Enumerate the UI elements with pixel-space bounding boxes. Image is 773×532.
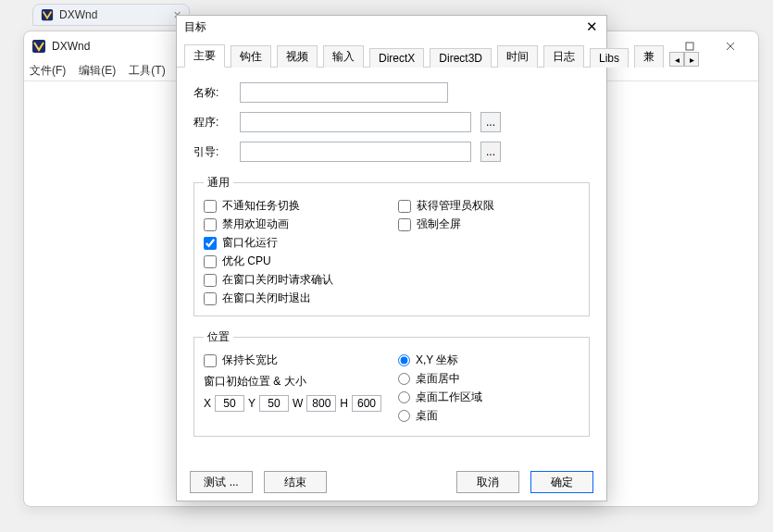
background-tab-title: DXWnd — [59, 8, 97, 21]
dialog-close-button[interactable]: ✕ — [582, 18, 601, 36]
finish-button[interactable]: 结束 — [264, 471, 327, 493]
tab-hook[interactable]: 钩住 — [231, 45, 271, 68]
svg-rect-3 — [686, 43, 693, 50]
background-tab[interactable]: DXWnd ✕ — [32, 4, 190, 26]
menu-edit[interactable]: 编辑(E) — [79, 63, 116, 79]
tab-libs[interactable]: Libs — [590, 48, 629, 68]
tab-scroll: ◂ ▸ — [669, 52, 699, 67]
close-button[interactable] — [710, 33, 751, 59]
chk-no-notify-task-switch[interactable]: 不通知任务切换 — [204, 198, 398, 214]
tab-directx[interactable]: DirectX — [369, 48, 424, 68]
test-button[interactable]: 测试 ... — [190, 471, 253, 493]
xywh-row: X Y W H — [204, 395, 398, 412]
name-label: 名称: — [193, 85, 231, 101]
group-position: 位置 保持长宽比 窗口初始位置 & 大小 X Y W H — [193, 329, 590, 437]
tab-compat[interactable]: 兼 — [634, 45, 664, 68]
w-label: W — [293, 397, 303, 410]
radio-center[interactable]: 桌面居中 — [398, 371, 580, 387]
chk-windowed-run[interactable]: 窗口化运行 — [204, 235, 398, 251]
tab-main[interactable]: 主要 — [184, 44, 225, 68]
app-icon — [31, 39, 46, 54]
program-label: 程序: — [193, 115, 231, 130]
chk-disable-welcome-anim[interactable]: 禁用欢迎动画 — [204, 217, 398, 232]
menu-tools[interactable]: 工具(T) — [129, 63, 165, 79]
menu-file[interactable]: 文件(F) — [30, 63, 66, 79]
tab-left-icon[interactable]: ◂ — [669, 52, 684, 67]
tab-input[interactable]: 输入 — [323, 45, 364, 68]
tab-right-icon[interactable]: ▸ — [684, 52, 699, 67]
placement-radios: X,Y 坐标 桌面居中 桌面工作区域 桌面 — [398, 353, 580, 427]
h-label: H — [340, 397, 348, 410]
chk-confirm-on-close[interactable]: 在窗口关闭时请求确认 — [204, 272, 580, 288]
h-input[interactable] — [352, 395, 381, 412]
group-general: 通用 不通知任务切换 获得管理员权限 禁用欢迎动画 强制全屏 窗口化运行 优化 … — [193, 175, 590, 316]
guide-browse-button[interactable]: ... — [480, 142, 501, 162]
window-title: DXWnd — [52, 40, 90, 53]
w-input[interactable] — [306, 395, 336, 412]
dialog-title: 目标 — [184, 19, 206, 35]
program-browse-button[interactable]: ... — [480, 112, 501, 132]
guide-label: 引导: — [193, 144, 231, 160]
dialog-body: 名称: 程序: ... 引导: ... 通用 不通知任务切换 获得管理员权限 禁… — [177, 68, 606, 444]
tab-log[interactable]: 日志 — [543, 45, 584, 68]
radio-desktop[interactable]: 桌面 — [398, 408, 580, 424]
tab-time[interactable]: 时间 — [497, 45, 538, 68]
chk-acquire-admin[interactable]: 获得管理员权限 — [398, 198, 580, 214]
x-label: X — [204, 397, 211, 410]
tabbar: 主要 钩住 视频 输入 DirectX Direct3D 时间 日志 Libs … — [177, 38, 606, 68]
cancel-button[interactable]: 取消 — [456, 471, 519, 493]
chk-exit-on-close[interactable]: 在窗口关闭时退出 — [204, 291, 580, 306]
guide-input[interactable] — [240, 142, 471, 162]
size-label: 窗口初始位置 & 大小 — [204, 374, 398, 390]
chk-force-fullscreen[interactable]: 强制全屏 — [398, 217, 580, 232]
chk-optimize-cpu[interactable]: 优化 CPU — [204, 254, 398, 269]
ok-button[interactable]: 确定 — [530, 471, 593, 493]
radio-xy[interactable]: X,Y 坐标 — [398, 353, 580, 368]
app-icon — [41, 8, 54, 21]
group-general-legend: 通用 — [204, 175, 233, 191]
program-input[interactable] — [240, 112, 471, 132]
y-input[interactable] — [259, 395, 289, 412]
y-label: Y — [248, 397, 256, 410]
group-position-legend: 位置 — [204, 329, 233, 345]
tab-video[interactable]: 视频 — [277, 45, 318, 68]
x-input[interactable] — [215, 395, 244, 412]
name-input[interactable] — [240, 82, 448, 103]
chk-keep-aspect[interactable]: 保持长宽比 — [204, 353, 398, 368]
dialog-button-row: 测试 ... 结束 取消 确定 — [177, 471, 606, 493]
tab-direct3d[interactable]: Direct3D — [430, 48, 492, 68]
radio-workarea[interactable]: 桌面工作区域 — [398, 390, 580, 405]
dialog-titlebar: 目标 ✕ — [177, 16, 606, 38]
target-dialog: 目标 ✕ 主要 钩住 视频 输入 DirectX Direct3D 时间 日志 … — [176, 15, 607, 501]
